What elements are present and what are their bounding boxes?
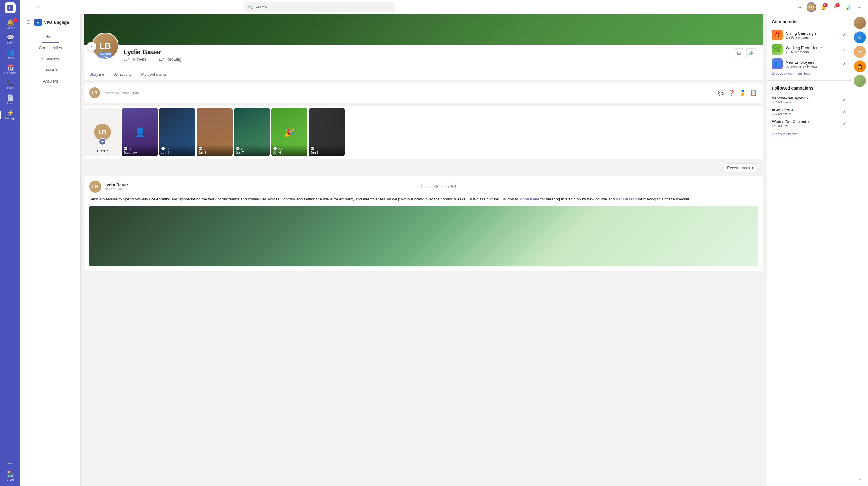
question-button[interactable]: ❓ [727,88,737,98]
teams-icon: 👥 [7,50,14,56]
calendar-label: Calendar [4,71,17,75]
nav-files[interactable]: 📄 Files [0,92,21,107]
community-item-1[interactable]: 🎁 Giving Campaign 1,268 members ✓ [772,28,846,42]
campaign-item-3[interactable]: #CutestDogContest ● 534 followers ✓ [772,118,846,129]
community-members-2: 7,943 members [786,50,822,54]
story-comments-4: 💬2 [236,147,268,151]
nav-store[interactable]: 🏪 Store [0,468,21,484]
story-item-3[interactable]: 💬7 Jun 8 [196,108,233,156]
analytics-button[interactable]: 📊 [843,2,852,12]
back-profile-button[interactable]: ‹ [87,41,96,51]
nav-chat[interactable]: 💬 Chat [0,32,21,47]
search-input[interactable] [255,5,392,9]
right-user-avatar-4: 👩 [854,60,866,72]
back-button[interactable]: ‹ [24,3,33,11]
tab-all-activity[interactable]: All activity [110,69,136,80]
message-compose-button[interactable]: 💬 [716,88,726,98]
topbar-more-button[interactable]: ··· [855,2,864,12]
post-image [89,206,758,266]
community-icon-1: 🎁 [772,30,783,40]
story-item-1[interactable]: 👤 💬8 Just now [122,108,158,156]
stories-row: LB + Create 👤 💬8 Just now [84,105,763,159]
right-avatar-2[interactable]: C [854,31,866,43]
story-item-6[interactable]: 💬5 Jun 6 [309,108,345,156]
teams-sidebar: T 1 🔔 Activity 💬 Chat 👥 Teams 📅 Calendar… [0,0,21,486]
nav-storylines[interactable]: Storylines [38,54,63,65]
campaign-verified-1: ● [807,96,809,100]
card-view-button[interactable]: ⊞ [734,48,744,58]
post-content: Such a pleasure to spend two days celebr… [89,196,758,202]
nav-calendar[interactable]: 📅 Calendar [0,62,21,77]
article-button[interactable]: 📋 [749,88,758,98]
nav-home[interactable]: Home [41,31,59,42]
community-item-2[interactable]: 🌿 Working From Home 7,943 members ✓ [772,42,846,57]
campaign-followers-3: 534 followers [772,124,840,127]
right-avatar-1[interactable] [854,17,866,29]
tab-storyline[interactable]: Storyline [84,69,110,80]
files-label: Files [7,101,13,105]
post-link-kat[interactable]: Kat Larsson [616,197,637,202]
story-date-2: Jun 8 [161,151,193,154]
campaign-item-2[interactable]: #GoGreen ● 534 followers ✓ [772,106,846,118]
post-text-2: for steering this ship on its new course… [539,197,616,202]
post-more-button[interactable]: ⋯ [749,182,758,191]
post-author: Lydia Bauer [104,182,128,187]
tab-bookmarks[interactable]: My bookmarks [136,69,172,80]
right-avatar-5[interactable] [854,75,866,87]
nav-leaders[interactable]: Leaders [40,65,61,76]
story-item-2[interactable]: 💬11 Jun 8 [159,108,195,156]
nav-engage[interactable]: ⚡ Engage [0,107,21,122]
community-check-3: ✓ [843,61,846,66]
campaign-check-3: ✓ [843,121,846,126]
story-item-5[interactable]: 🎉 💬23 Jun 6 [271,108,307,156]
user-avatar[interactable]: LB [807,2,816,12]
story-create[interactable]: LB + Create [84,108,121,156]
notification-button[interactable]: 🔔 12 [818,2,828,12]
community-item-3[interactable]: 👥 New Employees 85 members • Private ✓ [772,57,846,71]
post-avatar[interactable]: LB [89,181,101,193]
post-shares: 1 share [421,184,433,189]
communities-section: Communities 🎁 Giving Campaign 1,268 memb… [767,14,851,81]
praise-button[interactable]: 🏅 [738,88,747,98]
share-input[interactable]: Share your thoughts [104,91,712,95]
chat-label: Chat [7,41,13,44]
nav-answers[interactable]: Answers [39,76,62,87]
post-meta: 2h ago • @2 [104,187,128,191]
campaign-check-1: ✓ [843,98,846,102]
link-button[interactable]: 🔗 [746,48,756,58]
campaign-info-1: #AboveAndBeyond ● 534 followers [772,96,840,104]
nav-teams[interactable]: 👥 Teams [0,47,21,62]
profile-stats: 534 Followers | 114 Following [124,57,734,61]
post-seen: Seen by 264 [436,184,456,189]
store-label: Store [7,478,14,481]
right-avatar-4[interactable]: 👩 [854,60,866,72]
story-item-4[interactable]: 💬2 Jun 7 [234,108,270,156]
community-info-1: Giving Campaign 1,268 members [786,31,816,39]
community-info-3: New Employees 85 members • Private [786,60,817,68]
hamburger-button[interactable]: ☰ [25,18,32,26]
story-date-5: Jun 6 [273,151,306,154]
message-button[interactable]: ✉ 5 [831,2,840,12]
collapse-right-button[interactable]: « [855,474,865,484]
nav-communities[interactable]: Communities [36,42,66,54]
right-avatar-3[interactable]: ❤ [854,46,866,58]
post-mention: @2 [118,187,123,191]
profile-cover [84,14,763,44]
recent-posts-button[interactable]: Recent posts ▾ [722,163,758,172]
story-date-4: Jun 7 [236,151,268,154]
nav-activity[interactable]: 1 🔔 Activity [0,17,21,32]
post-link-mona[interactable]: Mona Kane [519,197,539,202]
more-options-button[interactable]: ··· [795,2,804,12]
community-name-3: New Employees [786,60,817,64]
profile-info: LB CAMPAIGNTITLe Lydia Bauer 534 Followe… [84,44,763,66]
discover-communities-link[interactable]: Discover communities [772,71,810,76]
forward-button[interactable]: › [34,3,42,11]
nav-more[interactable]: ··· [0,458,21,468]
campaign-item-1[interactable]: #AboveAndBeyond ● 534 followers ✓ [772,94,846,106]
discover-more-link[interactable]: Discover more [772,132,797,136]
nav-calls[interactable]: 📞 Calls [0,77,21,92]
right-user-avatar-3: ❤ [854,46,866,58]
right-user-avatar-1 [854,17,866,29]
story-overlay-6: 💬5 Jun 6 [309,144,345,156]
campaigns-section: Followed campaigns #AboveAndBeyond ● 534… [767,81,851,142]
